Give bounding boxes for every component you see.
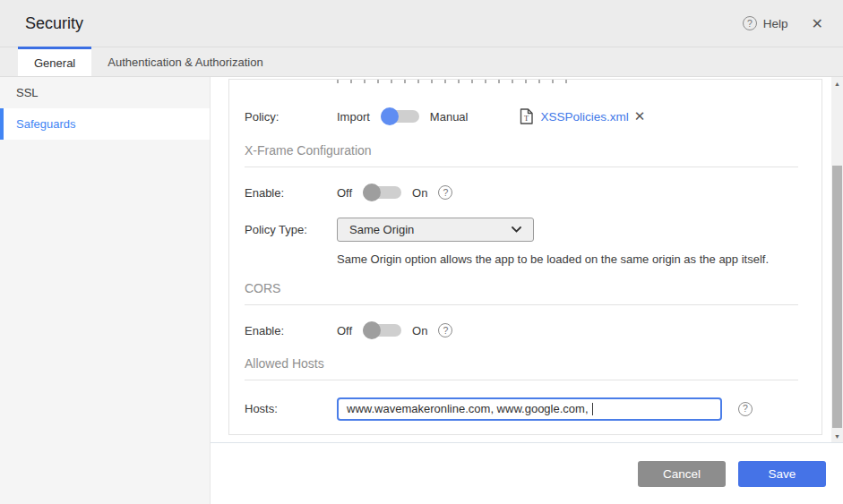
toggle-knob: [363, 321, 381, 339]
clipped-scrolled-row: [337, 80, 572, 83]
dialog-header: Security ? Help ✕: [0, 0, 843, 47]
scroll-down-icon[interactable]: ▼: [831, 432, 843, 441]
policy-type-row: Policy Type: Same Origin: [245, 218, 798, 242]
scrollbar-thumb[interactable]: [832, 166, 842, 428]
xframe-off-label: Off: [337, 186, 352, 200]
security-dialog: Security ? Help ✕ General Authentication…: [0, 0, 843, 504]
policy-type-select[interactable]: Same Origin: [337, 218, 534, 242]
cors-enable-label: Enable:: [245, 324, 337, 337]
page-title: Security: [25, 14, 83, 33]
sidebar: SSL Safeguards: [0, 77, 211, 504]
hosts-label: Hosts:: [245, 402, 337, 415]
tab-authentication-authorization[interactable]: Authentication & Authorization: [91, 47, 279, 76]
policy-type-value: Same Origin: [349, 223, 414, 236]
sidebar-item-ssl[interactable]: SSL: [0, 77, 210, 108]
cors-off-label: Off: [337, 324, 352, 337]
content-viewport: Policy: Import Manual T: [211, 77, 843, 442]
policy-file: T XSSPolicies.xml: [520, 108, 628, 124]
policy-option-import[interactable]: Import: [337, 110, 370, 124]
file-text-icon: T: [520, 108, 533, 124]
cors-enable-toggle[interactable]: [363, 324, 401, 337]
section-divider: [245, 167, 798, 167]
hosts-input-value: www.wavemakeronline.com, www.google.com,: [347, 402, 591, 415]
xframe-section-heading: X-Frame Configuration: [245, 143, 798, 158]
header-actions: ? Help ✕: [743, 13, 827, 34]
main-area: Policy: Import Manual T: [211, 77, 843, 504]
close-icon[interactable]: ✕: [808, 13, 827, 34]
svg-text:T: T: [524, 114, 529, 123]
tab-general[interactable]: General: [18, 47, 91, 76]
help-circle-icon: ?: [743, 16, 757, 30]
policy-row: Policy: Import Manual T: [245, 105, 798, 128]
xframe-enable-label: Enable:: [245, 186, 337, 200]
policy-option-manual[interactable]: Manual: [430, 110, 469, 124]
tab-strip: General Authentication & Authorization: [0, 47, 843, 77]
policy-label: Policy:: [245, 110, 337, 124]
section-divider: [245, 304, 798, 305]
safeguards-panel: Policy: Import Manual T: [228, 79, 822, 435]
cors-help-icon[interactable]: ?: [438, 323, 452, 337]
dialog-footer: Cancel Save: [211, 442, 843, 504]
policy-type-label: Policy Type:: [245, 223, 337, 236]
scroll-up-icon[interactable]: ▲: [831, 80, 843, 89]
hosts-help-icon[interactable]: ?: [738, 402, 753, 416]
policy-type-helper-text: Same Origin option allows the app to be …: [337, 252, 798, 266]
vertical-scrollbar[interactable]: ▲ ▼: [831, 77, 843, 442]
policy-toggle[interactable]: [381, 110, 419, 123]
hosts-row: Hosts: www.wavemakeronline.com, www.goog…: [245, 397, 798, 421]
cors-section-heading: CORS: [245, 281, 798, 295]
text-caret: [592, 403, 593, 415]
xframe-enable-row: Enable: Off On ?: [245, 182, 798, 203]
cors-enable-row: Enable: Off On ?: [245, 320, 798, 341]
xframe-help-icon[interactable]: ?: [438, 185, 452, 200]
save-button[interactable]: Save: [738, 461, 826, 487]
help-label: Help: [763, 17, 788, 30]
xframe-on-label: On: [412, 186, 427, 200]
help-button[interactable]: ? Help: [743, 16, 788, 30]
cors-on-label: On: [412, 324, 427, 337]
sidebar-item-safeguards[interactable]: Safeguards: [0, 108, 210, 140]
toggle-knob: [363, 184, 381, 201]
xframe-enable-toggle[interactable]: [363, 186, 401, 199]
toggle-knob: [381, 107, 399, 125]
cancel-button[interactable]: Cancel: [638, 461, 726, 487]
allowed-hosts-heading: Allowed Hosts: [245, 356, 798, 371]
remove-file-icon[interactable]: ✕: [634, 108, 646, 124]
hosts-input[interactable]: www.wavemakeronline.com, www.google.com,: [337, 397, 722, 421]
dialog-body: SSL Safeguards Policy: Import Manual: [0, 77, 843, 504]
xss-policies-file-link[interactable]: XSSPolicies.xml: [540, 110, 628, 124]
chevron-down-icon: [512, 226, 521, 233]
section-divider: [245, 380, 798, 380]
